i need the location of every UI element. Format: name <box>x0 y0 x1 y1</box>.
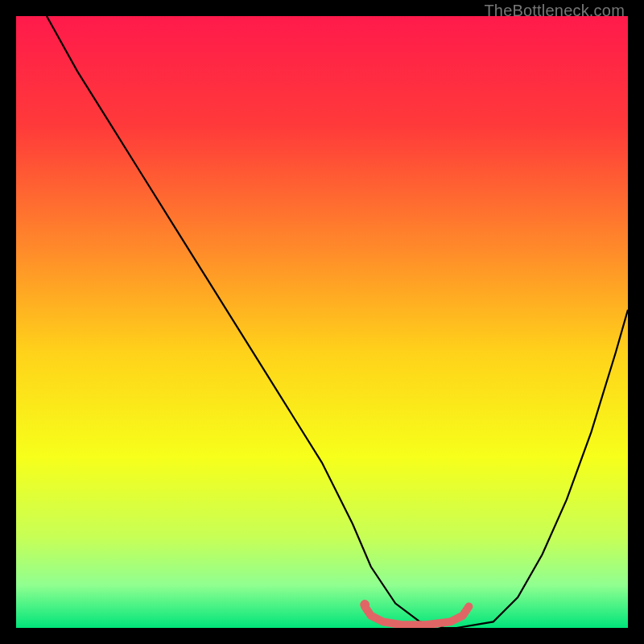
watermark-label: TheBottleneck.com <box>484 2 625 20</box>
optimal-point-icon <box>360 600 369 609</box>
chart-frame <box>16 16 628 628</box>
bottleneck-plot <box>16 16 628 628</box>
gradient-background <box>16 16 628 628</box>
